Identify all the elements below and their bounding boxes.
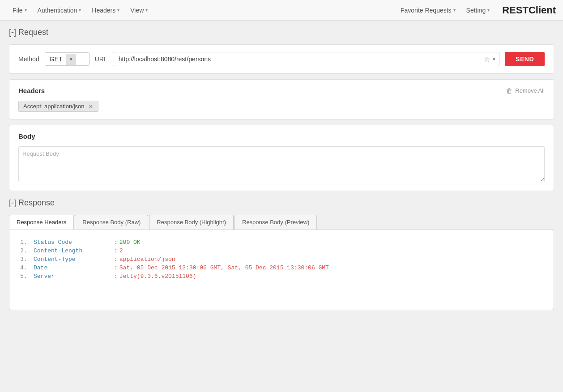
headers-panel: Headers 🗑 Remove All Accept: application… <box>9 79 554 119</box>
response-val-3: application/json <box>119 256 175 263</box>
tab-response-body-highlight[interactable]: Response Body (Highlight) <box>149 215 234 230</box>
nav-view[interactable]: View ▾ <box>125 0 153 21</box>
body-panel-title: Body <box>18 132 545 140</box>
headers-tags-area: Accept: application/json ✕ <box>18 101 545 112</box>
nav-setting-label: Setting <box>466 7 486 14</box>
nav-headers[interactable]: Headers ▾ <box>86 0 125 21</box>
method-label: Method <box>18 55 39 63</box>
nav-setting[interactable]: Setting ▾ <box>461 0 495 21</box>
line-num-2: 2. <box>20 247 34 254</box>
send-button[interactable]: SEND <box>505 52 545 66</box>
response-section: [-] Response Response Headers Response B… <box>9 198 554 310</box>
response-sep-4: : <box>114 264 118 271</box>
response-sep-1: : <box>114 239 118 246</box>
response-line-2: 2. Content-Length : 2 <box>20 247 543 254</box>
url-input-wrapper: ☆ ▾ <box>113 52 499 66</box>
url-history-dropdown-icon[interactable]: ▾ <box>493 56 495 62</box>
nav-authentication[interactable]: Authentication ▾ <box>32 0 87 21</box>
line-num-3: 3. <box>20 256 34 263</box>
navbar-left: File ▾ Authentication ▾ Headers ▾ View ▾ <box>7 0 395 21</box>
headers-title-text: Headers <box>18 87 45 94</box>
header-tag-text: Accept: application/json <box>23 103 85 110</box>
url-icons: ☆ ▾ <box>484 55 495 64</box>
body-title-text: Body <box>18 132 35 140</box>
tab-response-body-raw[interactable]: Response Body (Raw) <box>75 215 148 230</box>
method-value: GET <box>50 55 63 63</box>
nav-view-arrow: ▾ <box>145 8 148 13</box>
favorite-star-icon[interactable]: ☆ <box>484 55 490 64</box>
remove-all-label: Remove All <box>515 87 545 94</box>
body-textarea[interactable] <box>18 146 545 182</box>
response-key-3: Content-Type <box>34 256 114 263</box>
nav-setting-arrow: ▾ <box>487 8 490 13</box>
tab-response-body-highlight-label: Response Body (Highlight) <box>157 219 226 226</box>
method-dropdown-icon[interactable]: ▾ <box>66 54 76 65</box>
tab-response-headers-label: Response Headers <box>17 219 66 226</box>
nav-authentication-arrow: ▾ <box>79 8 81 13</box>
nav-file-label: File <box>13 7 23 14</box>
tab-response-body-preview[interactable]: Response Body (Preview) <box>235 215 317 230</box>
nav-headers-arrow: ▾ <box>117 8 119 13</box>
tab-response-body-raw-label: Response Body (Raw) <box>82 219 141 226</box>
response-sep-3: : <box>114 256 118 263</box>
headers-panel-title: Headers 🗑 Remove All <box>18 87 545 94</box>
tabs-wrapper: Response Headers Response Body (Raw) Res… <box>9 215 554 310</box>
nav-favorite-requests[interactable]: Favorite Requests ▾ <box>395 0 461 21</box>
request-section: [-] Request Method GET ▾ URL ☆ ▾ SEND He… <box>9 28 554 191</box>
response-val-4: Sat, 05 Dec 2015 13:30:06 GMT, Sat, 05 D… <box>119 264 329 271</box>
method-url-row: Method GET ▾ URL ☆ ▾ SEND <box>9 44 554 74</box>
header-tag-close-icon[interactable]: ✕ <box>88 103 94 110</box>
navbar: File ▾ Authentication ▾ Headers ▾ View ▾… <box>0 0 563 21</box>
request-section-header: [-] Request <box>9 28 554 37</box>
response-line-1: 1. Status Code : 200 OK <box>20 239 543 246</box>
nav-favorite-arrow: ▾ <box>453 8 456 13</box>
response-line-3: 3. Content-Type : application/json <box>20 256 543 263</box>
response-key-1: Status Code <box>34 239 114 246</box>
trash-icon: 🗑 <box>506 87 512 94</box>
response-section-header: [-] Response <box>9 198 554 208</box>
response-content-panel: 1. Status Code : 200 OK 2. Content-Lengt… <box>9 230 554 310</box>
app-title: RESTClient <box>502 4 556 16</box>
tab-response-body-preview-label: Response Body (Preview) <box>242 219 309 226</box>
navbar-right: Favorite Requests ▾ Setting ▾ RESTClient <box>395 0 556 21</box>
response-key-2: Content-Length <box>34 247 114 254</box>
line-num-1: 1. <box>20 239 34 246</box>
response-val-1: 200 OK <box>119 239 141 246</box>
main-content: [-] Request Method GET ▾ URL ☆ ▾ SEND He… <box>0 21 563 317</box>
url-input[interactable] <box>117 52 484 66</box>
nav-file[interactable]: File ▾ <box>7 0 32 21</box>
line-num-4: 4. <box>20 264 34 271</box>
response-sep-5: : <box>114 273 118 280</box>
response-val-2: 2 <box>119 247 123 254</box>
response-key-5: Server <box>34 273 114 280</box>
response-key-4: Date <box>34 264 114 271</box>
response-line-5: 5. Server : Jetty(9.3.6.v20151106) <box>20 273 543 280</box>
remove-all-button[interactable]: 🗑 Remove All <box>506 87 545 94</box>
header-tag-accept: Accept: application/json ✕ <box>18 101 98 112</box>
response-sep-2: : <box>114 247 118 254</box>
nav-headers-label: Headers <box>92 7 115 14</box>
nav-favorite-requests-label: Favorite Requests <box>401 7 452 14</box>
response-tabs: Response Headers Response Body (Raw) Res… <box>9 215 554 230</box>
nav-file-arrow: ▾ <box>25 8 27 13</box>
line-num-5: 5. <box>20 273 34 280</box>
tab-response-headers[interactable]: Response Headers <box>9 215 74 230</box>
response-val-5: Jetty(9.3.6.v20151106) <box>119 273 196 280</box>
nav-view-label: View <box>130 7 144 14</box>
method-select[interactable]: GET ▾ <box>45 52 90 66</box>
response-line-4: 4. Date : Sat, 05 Dec 2015 13:30:06 GMT,… <box>20 264 543 271</box>
url-label: URL <box>95 55 107 63</box>
nav-authentication-label: Authentication <box>38 7 77 14</box>
body-panel: Body <box>9 125 554 191</box>
